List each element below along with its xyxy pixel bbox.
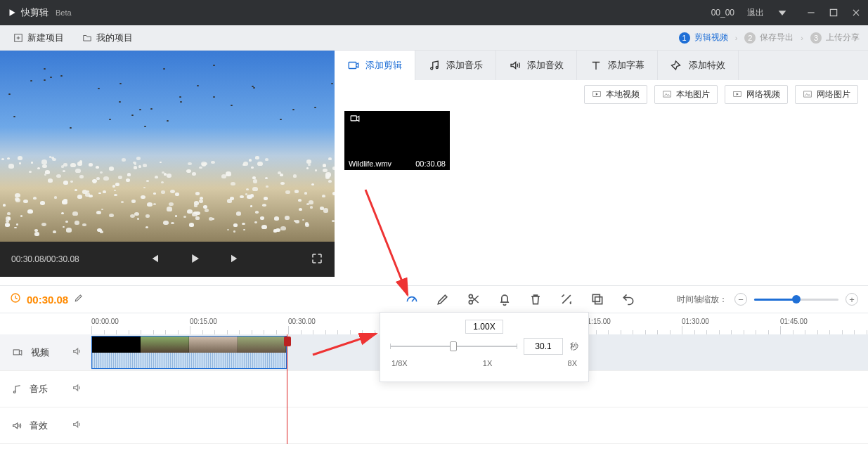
volume-icon[interactable] xyxy=(72,346,83,359)
delete-tool-icon[interactable] xyxy=(529,292,543,306)
content-row: 00:30.08/00:30.08 添加剪辑 添加音乐 添加音效 xyxy=(0,51,868,285)
chevron-right-icon: › xyxy=(735,34,738,42)
svg-rect-12 xyxy=(595,297,602,304)
zoom-slider[interactable] xyxy=(754,299,838,301)
local-video-button[interactable]: 本地视频 xyxy=(584,85,647,104)
preview-viewport[interactable] xyxy=(0,51,335,242)
svg-rect-8 xyxy=(351,116,356,121)
speed-max: 8X xyxy=(568,359,577,367)
user-id: 00_00 xyxy=(711,8,734,18)
speed-min: 1/8X xyxy=(391,359,408,367)
asset-tabs: 添加剪辑 添加音乐 添加音效 添加字幕 添加特效 xyxy=(335,51,868,80)
speed-mid: 1X xyxy=(483,359,492,367)
track-video-label: 视频 xyxy=(0,334,91,371)
svg-point-10 xyxy=(469,301,472,304)
current-timecode: 00:30.08 xyxy=(27,294,68,306)
app-name: 快剪辑 xyxy=(21,6,48,19)
ruler-tick: 00:15.00 xyxy=(190,318,217,325)
ruler-tick: 00:30.00 xyxy=(288,318,316,325)
svg-point-11 xyxy=(469,294,472,298)
pencil-tool-icon[interactable] xyxy=(436,292,450,306)
zoom-out-button[interactable]: − xyxy=(734,293,747,306)
magic-tool-icon[interactable] xyxy=(559,292,574,306)
zoom-label: 时间轴缩放： xyxy=(677,294,727,306)
my-projects-label: 我的项目 xyxy=(96,32,133,44)
title-bar: 快剪辑 Beta 00_00 退出 xyxy=(0,0,868,25)
speed-tool-icon[interactable] xyxy=(405,292,419,306)
copy-tool-icon[interactable] xyxy=(590,292,604,306)
new-project-label: 新建项目 xyxy=(27,32,64,44)
bell-tool-icon[interactable] xyxy=(498,292,512,306)
zoom-in-button[interactable]: + xyxy=(846,293,858,306)
svg-rect-7 xyxy=(804,91,812,97)
tab-add-subtitle[interactable]: 添加字幕 xyxy=(577,51,658,80)
speed-value-badge: 1.00X xyxy=(465,320,503,334)
svg-rect-0 xyxy=(808,12,814,13)
fullscreen-button[interactable] xyxy=(311,252,323,267)
step-upload[interactable]: 3上传分享 xyxy=(810,32,860,44)
workflow-steps: 1剪辑视频 › 2保存导出 › 3上传分享 xyxy=(679,32,860,44)
tab-add-music[interactable]: 添加音乐 xyxy=(415,51,496,80)
svg-rect-13 xyxy=(592,294,600,301)
clock-icon xyxy=(10,292,21,306)
video-clip[interactable] xyxy=(91,336,287,369)
ruler-tick: 00:00.00 xyxy=(91,318,119,325)
tab-add-sfx[interactable]: 添加音效 xyxy=(496,51,577,80)
chevron-right-icon: › xyxy=(801,34,803,42)
preview-panel: 00:30.08/00:30.08 xyxy=(0,51,335,277)
tab-add-effect[interactable]: 添加特效 xyxy=(658,51,739,80)
volume-icon[interactable] xyxy=(72,382,83,396)
clip-duration: 00:30.08 xyxy=(415,159,446,168)
svg-rect-5 xyxy=(663,91,671,97)
ruler-tick: 01:30.00 xyxy=(682,318,709,325)
track-labels: 视频 音乐 音效 xyxy=(0,334,91,444)
svg-rect-3 xyxy=(349,63,356,69)
playhead[interactable] xyxy=(287,334,287,444)
speed-popup: 1.00X 秒 1/8X 1X 8X xyxy=(380,312,589,382)
next-button[interactable] xyxy=(229,252,242,267)
close-button[interactable] xyxy=(851,8,861,18)
beta-badge: Beta xyxy=(56,8,72,17)
volume-icon[interactable] xyxy=(72,419,83,432)
tab-add-clip[interactable]: 添加剪辑 xyxy=(335,51,415,80)
preview-time: 00:30.08/00:30.08 xyxy=(11,254,79,264)
sfx-track[interactable] xyxy=(91,407,868,444)
track-music-label: 音乐 xyxy=(0,371,91,407)
dropdown-icon[interactable] xyxy=(777,7,788,18)
svg-rect-1 xyxy=(830,9,836,15)
asset-body: Wildlife.wmv 00:30.08 xyxy=(335,108,868,285)
clip-name: Wildlife.wmv xyxy=(349,159,391,168)
track-sfx-label: 音效 xyxy=(0,407,91,444)
local-image-button[interactable]: 本地图片 xyxy=(654,85,718,104)
network-video-button[interactable]: 网络视频 xyxy=(725,85,788,104)
svg-rect-14 xyxy=(13,349,19,354)
ruler-tick: 01:45.00 xyxy=(780,318,808,325)
step-edit[interactable]: 1剪辑视频 xyxy=(679,32,728,44)
clip-thumbnail[interactable]: Wildlife.wmv 00:30.08 xyxy=(344,111,450,170)
prev-button[interactable] xyxy=(148,252,160,267)
cut-tool-icon[interactable] xyxy=(467,292,481,306)
timeline-header: 00:30.08 时间轴缩放： − + xyxy=(0,285,868,313)
my-projects-button[interactable]: 我的项目 xyxy=(77,28,138,48)
logout-link[interactable]: 退出 xyxy=(747,7,764,19)
video-icon xyxy=(349,114,361,126)
maximize-button[interactable] xyxy=(829,8,838,18)
speed-slider[interactable] xyxy=(390,346,517,347)
timeline-zoom: 时间轴缩放： − + xyxy=(677,293,858,306)
seconds-label: 秒 xyxy=(570,341,578,353)
new-project-button[interactable]: 新建项目 xyxy=(8,28,69,48)
asset-toolbar: 本地视频 本地图片 网络视频 网络图片 xyxy=(335,80,868,108)
minimize-button[interactable] xyxy=(806,8,816,18)
preview-controls: 00:30.08/00:30.08 xyxy=(0,242,335,277)
edit-timecode-icon[interactable] xyxy=(74,293,84,306)
top-menu-bar: 新建项目 我的项目 1剪辑视频 › 2保存导出 › 3上传分享 xyxy=(0,25,868,51)
play-button[interactable] xyxy=(188,252,201,267)
asset-panel: 添加剪辑 添加音乐 添加音效 添加字幕 添加特效 本地视频 本地图片 网络视频 xyxy=(335,51,868,285)
timeline-tools xyxy=(405,286,635,313)
step-export[interactable]: 2保存导出 xyxy=(744,32,793,44)
duration-input[interactable] xyxy=(524,338,563,355)
app-logo: 快剪辑 Beta xyxy=(7,6,72,19)
network-image-button[interactable]: 网络图片 xyxy=(795,85,858,104)
undo-tool-icon[interactable] xyxy=(621,292,635,306)
